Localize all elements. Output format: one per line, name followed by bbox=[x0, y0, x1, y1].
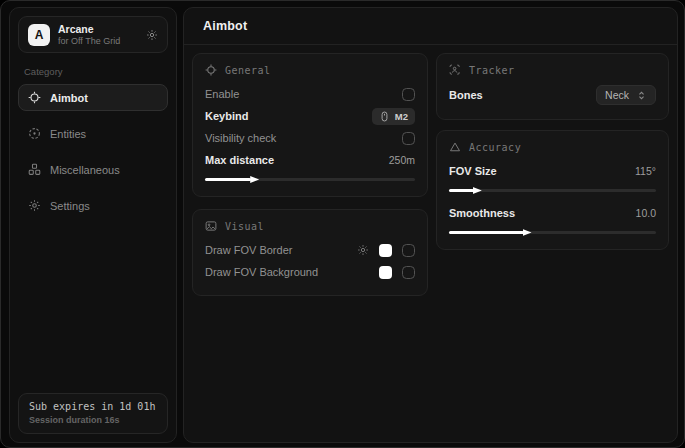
visibility-check-label: Visibility check bbox=[205, 132, 276, 144]
main-header: Aimbot bbox=[184, 8, 677, 45]
crosshair-icon bbox=[28, 91, 41, 104]
page-title: Aimbot bbox=[203, 19, 247, 33]
slider-thumb[interactable] bbox=[250, 175, 259, 184]
image-icon bbox=[205, 220, 217, 232]
app-logo-card: A Arcane for Off The Grid bbox=[18, 16, 168, 53]
fov-border-checkbox[interactable] bbox=[402, 244, 415, 257]
visibility-check-checkbox[interactable] bbox=[402, 132, 415, 145]
app-subtitle: for Off The Grid bbox=[58, 36, 138, 47]
slider-fill bbox=[205, 178, 251, 181]
keybind-row: Keybind M2 bbox=[205, 105, 415, 127]
general-card: General Enable Keybind bbox=[192, 53, 428, 197]
session-duration-text: Session duration 16s bbox=[29, 415, 157, 425]
bones-row: Bones Neck bbox=[449, 83, 656, 107]
app-window: A Arcane for Off The Grid Category Aimbo bbox=[0, 0, 685, 448]
card-title: General bbox=[225, 65, 271, 76]
enable-checkbox[interactable] bbox=[402, 88, 415, 101]
sidebar-item-label: Entities bbox=[50, 128, 86, 140]
fov-border-label: Draw FOV Border bbox=[205, 244, 292, 256]
gear-icon bbox=[28, 199, 41, 212]
card-title: Visual bbox=[225, 221, 264, 232]
subscription-card: Sub expires in 1d 01h Session duration 1… bbox=[18, 393, 168, 434]
general-card-header: General bbox=[205, 64, 415, 76]
sidebar-item-miscellaneous[interactable]: Miscellaneous bbox=[18, 156, 168, 183]
sidebar-item-label: Settings bbox=[50, 200, 90, 212]
fov-size-label: FOV Size bbox=[449, 165, 497, 177]
max-distance-slider[interactable] bbox=[205, 175, 415, 184]
gear-icon[interactable] bbox=[146, 29, 158, 41]
app-name: Arcane bbox=[58, 23, 138, 35]
max-distance-value: 250m bbox=[389, 154, 415, 166]
gear-icon[interactable] bbox=[357, 244, 369, 256]
card-title: Tracker bbox=[469, 65, 515, 76]
category-label: Category bbox=[24, 66, 162, 77]
fov-background-color-swatch[interactable] bbox=[379, 266, 392, 279]
fov-size-slider[interactable] bbox=[449, 186, 656, 195]
accuracy-card-header: Accuracy bbox=[449, 141, 656, 153]
mouse-icon bbox=[379, 111, 390, 122]
content-area: General Enable Keybind bbox=[184, 45, 677, 304]
sidebar-item-aimbot[interactable]: Aimbot bbox=[18, 84, 168, 111]
sidebar-item-entities[interactable]: Entities bbox=[18, 120, 168, 147]
boxes-icon bbox=[28, 163, 41, 176]
max-distance-label: Max distance bbox=[205, 154, 274, 166]
fov-background-checkbox[interactable] bbox=[402, 266, 415, 279]
tracker-card-header: Tracker bbox=[449, 64, 656, 76]
bones-label: Bones bbox=[449, 89, 483, 101]
radar-icon bbox=[28, 127, 41, 140]
enable-label: Enable bbox=[205, 88, 239, 100]
max-distance-row: Max distance 250m bbox=[205, 149, 415, 171]
app-logo: A bbox=[28, 24, 50, 46]
keybind-label: Keybind bbox=[205, 110, 248, 122]
sub-expiry-text: Sub expires in 1d 01h bbox=[29, 401, 157, 412]
sidebar-item-settings[interactable]: Settings bbox=[18, 192, 168, 219]
keybind-button[interactable]: M2 bbox=[372, 108, 415, 125]
sidebar: A Arcane for Off The Grid Category Aimbo bbox=[9, 7, 177, 443]
slider-thumb[interactable] bbox=[523, 228, 532, 237]
keybind-value: M2 bbox=[395, 111, 408, 122]
visual-card-header: Visual bbox=[205, 220, 415, 232]
slider-fill bbox=[449, 231, 524, 234]
triangle-icon bbox=[449, 141, 461, 153]
enable-row: Enable bbox=[205, 83, 415, 105]
smoothness-slider[interactable] bbox=[449, 228, 656, 237]
user-scan-icon bbox=[449, 64, 461, 76]
accuracy-card: Accuracy FOV Size 115° Smoothness bbox=[436, 130, 669, 250]
tracker-card: Tracker Bones Neck bbox=[436, 53, 669, 120]
visibility-check-row: Visibility check bbox=[205, 127, 415, 149]
bones-value: Neck bbox=[605, 89, 629, 101]
fov-border-row: Draw FOV Border bbox=[205, 239, 415, 261]
smoothness-label: Smoothness bbox=[449, 207, 515, 219]
smoothness-value: 10.0 bbox=[636, 207, 656, 219]
smoothness-row: Smoothness 10.0 bbox=[449, 202, 656, 224]
chevrons-up-down-icon bbox=[636, 90, 647, 101]
app-identity: Arcane for Off The Grid bbox=[58, 23, 138, 47]
fov-border-color-swatch[interactable] bbox=[379, 244, 392, 257]
sidebar-item-label: Aimbot bbox=[50, 92, 88, 104]
fov-background-row: Draw FOV Background bbox=[205, 261, 415, 283]
visual-card: Visual Draw FOV Border bbox=[192, 209, 428, 296]
slider-thumb[interactable] bbox=[473, 186, 482, 195]
main-panel: Aimbot General bbox=[183, 7, 678, 443]
slider-fill bbox=[449, 189, 474, 192]
fov-size-value: 115° bbox=[635, 165, 656, 177]
bones-select[interactable]: Neck bbox=[596, 85, 656, 105]
card-title: Accuracy bbox=[469, 142, 521, 153]
crosshair-icon bbox=[205, 64, 217, 76]
fov-size-row: FOV Size 115° bbox=[449, 160, 656, 182]
fov-background-label: Draw FOV Background bbox=[205, 266, 318, 278]
sidebar-item-label: Miscellaneous bbox=[50, 164, 120, 176]
